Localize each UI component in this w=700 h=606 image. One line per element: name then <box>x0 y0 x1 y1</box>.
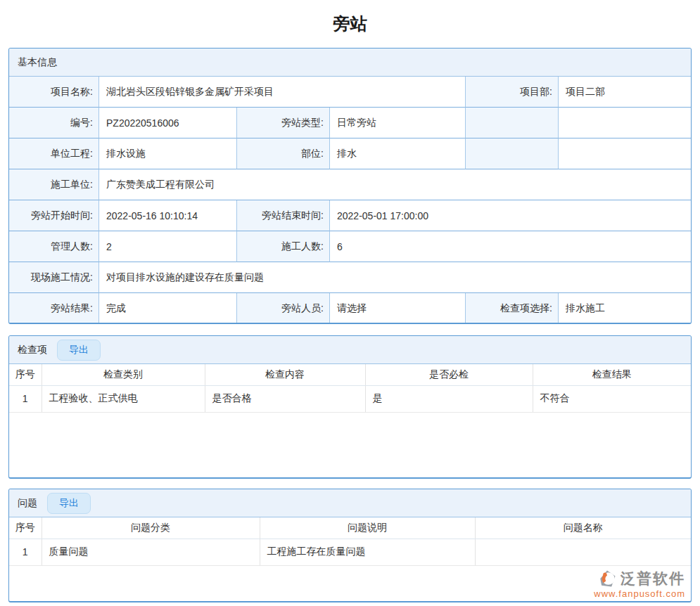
site-situation-label: 现场施工情况: <box>9 262 99 293</box>
empty-value-cell <box>559 108 691 138</box>
check-items-title: 检查项 <box>18 344 47 356</box>
col-header-required: 是否必检 <box>365 364 533 385</box>
result-label: 旁站结果: <box>9 293 99 324</box>
number-label: 编号: <box>9 108 99 138</box>
col-header-check-content: 检查内容 <box>205 364 365 385</box>
project-name-value: 湖北岩头区段铅锌银多金属矿开采项目 <box>99 77 466 108</box>
basic-info-section-header: 基本信息 <box>9 49 691 77</box>
managers-count-label: 管理人数: <box>9 231 99 262</box>
col-header-problem-category: 问题分类 <box>42 517 260 539</box>
col-header-problem-name: 问题名称 <box>475 517 691 539</box>
col-header-no: 序号 <box>9 364 42 385</box>
row-check-content: 是否合格 <box>205 385 365 412</box>
check-item-select-label: 检查项选择: <box>466 293 559 324</box>
page-title: 旁站 <box>0 13 700 35</box>
col-header-problem-description: 问题说明 <box>260 517 475 539</box>
row-problem-category: 质量问题 <box>42 539 260 565</box>
managers-count-value: 2 <box>99 231 237 262</box>
empty-label-cell <box>466 138 559 169</box>
part-value: 排水 <box>330 138 466 169</box>
row-problem-name <box>475 539 691 565</box>
table-row: 1 质量问题 工程施工存在质量问题 <box>9 539 691 565</box>
personnel-label: 旁站人员: <box>237 293 330 324</box>
personnel-value: 请选择 <box>330 293 466 324</box>
problems-header-row: 序号 问题分类 问题说明 问题名称 <box>9 517 691 539</box>
project-name-label: 项目名称: <box>9 77 99 108</box>
col-header-check-category: 检查类别 <box>42 364 205 385</box>
check-items-panel: 检查项 导出 序号 检查类别 检查内容 是否必检 检查结果 1 工程验收、正式供… <box>8 335 692 479</box>
row-check-category: 工程验收、正式供电 <box>42 385 205 412</box>
problems-title: 问题 <box>18 497 37 510</box>
start-time-value: 2022-05-16 10:10:14 <box>99 200 237 231</box>
project-dept-value: 项目二部 <box>559 77 691 108</box>
row-required: 是 <box>365 385 533 412</box>
col-header-check-result: 检查结果 <box>533 364 691 385</box>
fanpu-logo-icon <box>597 568 618 589</box>
table-row: 1 工程验收、正式供电 是否合格 是 不符合 <box>9 385 691 412</box>
start-time-label: 旁站开始时间: <box>9 200 99 231</box>
empty-label-cell <box>466 108 559 138</box>
construction-unit-label: 施工单位: <box>9 169 99 200</box>
empty-value-cell <box>559 138 691 169</box>
problems-export-button[interactable]: 导出 <box>47 493 91 514</box>
end-time-value: 2022-05-01 17:00:00 <box>330 200 691 231</box>
fanpu-logo: 泛普软件 www.fanpusoft.com <box>594 568 685 599</box>
brand-website: www.fanpusoft.com <box>594 588 685 599</box>
basic-info-grid: 项目名称: 湖北岩头区段铅锌银多金属矿开采项目 项目部: 项目二部 编号: PZ… <box>9 77 691 324</box>
check-items-header-row: 序号 检查类别 检查内容 是否必检 检查结果 <box>9 364 691 385</box>
project-dept-label: 项目部: <box>466 77 559 108</box>
end-time-label: 旁站结束时间: <box>237 200 330 231</box>
problems-panel: 问题 导出 序号 问题分类 问题说明 问题名称 1 质量问题 工程施工存在质量问… <box>8 489 692 602</box>
construction-unit-value: 广东赞美成工程有限公司 <box>99 169 691 200</box>
unit-project-value: 排水设施 <box>99 138 237 169</box>
problems-table: 序号 问题分类 问题说明 问题名称 1 质量问题 工程施工存在质量问题 <box>9 517 691 566</box>
part-label: 部位: <box>237 138 330 169</box>
check-items-export-button[interactable]: 导出 <box>57 340 101 361</box>
check-items-section-header: 检查项 导出 <box>9 336 691 364</box>
basic-info-panel: 基本信息 项目名称: 湖北岩头区段铅锌银多金属矿开采项目 项目部: 项目二部 编… <box>8 48 692 324</box>
row-check-result: 不符合 <box>533 385 691 412</box>
workers-count-value: 6 <box>330 231 691 262</box>
row-problem-description: 工程施工存在质量问题 <box>260 539 475 565</box>
problems-section-header: 问题 导出 <box>9 489 691 517</box>
number-value: PZ20220516006 <box>99 108 237 138</box>
type-value: 日常旁站 <box>330 108 466 138</box>
row-no: 1 <box>9 385 42 412</box>
row-no: 1 <box>9 539 42 565</box>
check-item-select-value: 排水施工 <box>559 293 691 324</box>
site-situation-value: 对项目排水设施的建设存在质量问题 <box>99 262 691 293</box>
type-label: 旁站类型: <box>237 108 330 138</box>
brand-name: 泛普软件 <box>621 569 685 588</box>
col-header-no: 序号 <box>9 517 42 539</box>
workers-count-label: 施工人数: <box>237 231 330 262</box>
result-value: 完成 <box>99 293 237 324</box>
check-items-table: 序号 检查类别 检查内容 是否必检 检查结果 1 工程验收、正式供电 是否合格 … <box>9 364 691 413</box>
unit-project-label: 单位工程: <box>9 138 99 169</box>
